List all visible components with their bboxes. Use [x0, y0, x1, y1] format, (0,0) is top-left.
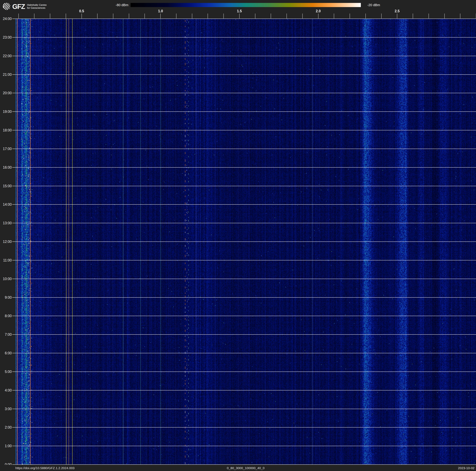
frequency-tick [318, 14, 319, 18]
hour-gridline [12, 279, 476, 279]
time-label: 24:00 [0, 17, 12, 21]
hour-gridline [12, 167, 476, 167]
frequency-tick [413, 14, 413, 18]
brand-subtitle: Helmholtz Centre for Geosciences [27, 3, 47, 9]
frequency-tick [208, 14, 208, 18]
time-label: 23:00 [0, 35, 12, 39]
frequency-tick [176, 14, 176, 18]
hour-gridline [12, 149, 476, 149]
hour-gridline [12, 130, 476, 130]
frequency-tick [271, 14, 271, 18]
hour-gridline [12, 93, 476, 93]
frequency-tick [397, 14, 397, 18]
hour-gridline [12, 74, 476, 75]
frequency-tick [192, 14, 192, 18]
frequency-tick [334, 14, 334, 18]
time-label: 10:00 [0, 277, 12, 281]
hour-gridline [12, 204, 476, 205]
frequency-tick [82, 14, 82, 18]
time-label: 3:00 [0, 407, 12, 411]
frequency-tick [97, 14, 98, 18]
hour-gridline [12, 111, 476, 112]
time-label: 16:00 [0, 165, 12, 170]
frequency-tick [223, 14, 224, 18]
frequency-tick [144, 14, 145, 18]
time-label: 12:00 [0, 239, 12, 244]
hour-gridline [12, 186, 476, 186]
colorbar-min-label: -80 dBm [106, 3, 128, 7]
frequency-tick [428, 14, 429, 18]
frequency-tick [239, 14, 239, 18]
frequency-tick [255, 14, 255, 18]
time-label: 11:00 [0, 258, 12, 262]
spectrogram-page: GFZ Helmholtz Centre for Geosciences -80… [0, 0, 476, 471]
hour-gridline [12, 37, 476, 37]
frequency-tick [460, 14, 460, 18]
time-label: 19:00 [0, 109, 12, 114]
gfz-logo-icon [3, 3, 10, 10]
hour-gridline [12, 297, 476, 298]
time-label: 17:00 [0, 147, 12, 151]
frequency-tick [365, 14, 366, 18]
frequency-tick-label: 2.0 [316, 9, 321, 13]
frequency-tick [50, 14, 50, 18]
footer: 0_80_3000_100000_40_0 https://doi.org/10… [0, 465, 476, 471]
frequency-tick [113, 14, 113, 18]
frequency-tick-label: 2.5 [395, 9, 400, 13]
frequency-tick [287, 14, 287, 18]
frequency-tick [34, 14, 34, 18]
brand-title: GFZ [12, 3, 25, 10]
hour-gridline [12, 427, 476, 428]
time-label: 14:00 [0, 202, 12, 207]
frequency-tick-label: 0.5 [79, 9, 84, 13]
frequency-tick [160, 14, 161, 18]
hour-gridline [12, 390, 476, 390]
time-label: 2:00 [0, 425, 12, 430]
brand-subtitle-line1: Helmholtz Centre [27, 3, 47, 6]
time-label: 22:00 [0, 54, 12, 58]
footer-filename: 0_80_3000_100000_40_0 [15, 466, 476, 470]
hour-gridline [12, 446, 476, 446]
frequency-tick [18, 14, 19, 18]
hour-gridline [12, 464, 476, 465]
frequency-tick [350, 14, 350, 18]
time-label: 8:00 [0, 314, 12, 318]
time-label: 5:00 [0, 370, 12, 374]
time-label: 1:00 [0, 444, 12, 448]
time-label: 6:00 [0, 351, 12, 355]
time-label: 9:00 [0, 295, 12, 300]
time-label: 20:00 [0, 91, 12, 95]
hour-gridline [12, 334, 476, 335]
time-label: 15:00 [0, 184, 12, 188]
frequency-tick [129, 14, 129, 18]
time-label: 21:00 [0, 72, 12, 77]
time-label: 4:00 [0, 388, 12, 392]
frequency-tick [302, 14, 303, 18]
hour-gridline [12, 56, 476, 56]
frequency-tick [444, 14, 445, 18]
colorbar-max-label: -20 dBm [367, 3, 398, 7]
hour-gridline [12, 223, 476, 223]
hour-gridline [12, 372, 476, 372]
hour-gridline [12, 316, 476, 316]
time-label: 13:00 [0, 221, 12, 225]
frequency-tick-label: 1.0 [158, 9, 163, 13]
hour-gridline [12, 409, 476, 409]
hour-gridline [12, 241, 476, 242]
hour-gridline [12, 353, 476, 353]
footer-doi: https://doi.org/10.5880/GFZ.1.2.2024.003 [15, 466, 74, 470]
colorbar [131, 3, 361, 7]
brand-subtitle-line2: for Geosciences [27, 6, 47, 9]
time-label: 7:00 [0, 332, 12, 337]
frequency-tick-label: 1.5 [237, 9, 242, 13]
frequency-tick [381, 14, 382, 18]
footer-date: 2023-10-02 [444, 466, 475, 470]
frequency-tick [66, 14, 66, 18]
time-label: 18:00 [0, 128, 12, 132]
hour-gridline [12, 18, 476, 19]
hour-gridline [12, 260, 476, 260]
